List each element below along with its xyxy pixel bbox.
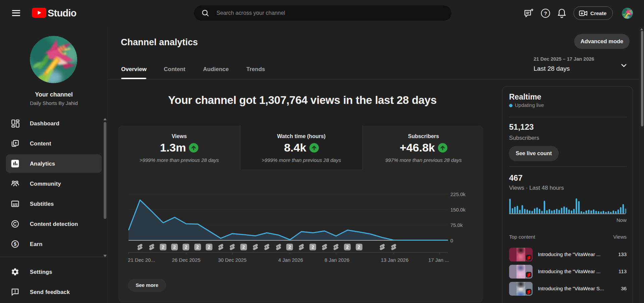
- svg-text:$: $: [14, 241, 16, 247]
- svg-text:?: ?: [544, 10, 547, 16]
